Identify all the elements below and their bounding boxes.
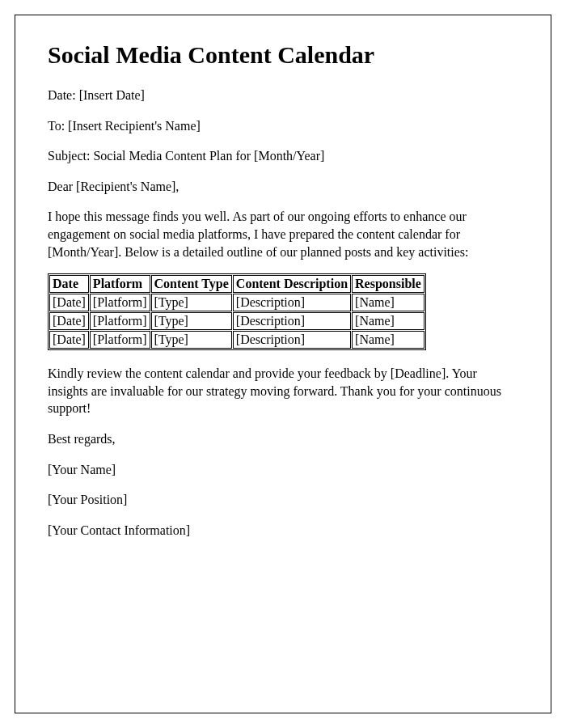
intro-paragraph: I hope this message finds you well. As p… <box>48 208 518 260</box>
table-header: Platform <box>90 275 150 293</box>
table-cell: [Name] <box>352 294 424 311</box>
table-row: [Date] [Platform] [Type] [Description] [… <box>49 294 424 311</box>
table-header: Responsible <box>352 275 424 293</box>
page-title: Social Media Content Calendar <box>48 41 518 69</box>
sender-position: [Your Position] <box>48 491 518 509</box>
table-cell: [Type] <box>151 294 232 311</box>
salutation: Dear [Recipient's Name], <box>48 178 518 196</box>
document-page: Social Media Content Calendar Date: [Ins… <box>15 15 551 713</box>
closing-paragraph: Kindly review the content calendar and p… <box>48 365 518 417</box>
table-cell: [Description] <box>233 294 351 311</box>
table-header: Date <box>49 275 89 293</box>
table-cell: [Date] <box>49 312 89 330</box>
sender-contact: [Your Contact Information] <box>48 522 518 540</box>
table-row: [Date] [Platform] [Type] [Description] [… <box>49 312 424 330</box>
table-cell: [Description] <box>233 331 351 349</box>
table-cell: [Platform] <box>90 331 150 349</box>
table-cell: [Platform] <box>90 312 150 330</box>
table-cell: [Description] <box>233 312 351 330</box>
subject-line: Subject: Social Media Content Plan for [… <box>48 147 518 165</box>
table-cell: [Name] <box>352 312 424 330</box>
table-header: Content Type <box>151 275 232 293</box>
table-cell: [Name] <box>352 331 424 349</box>
to-line: To: [Insert Recipient's Name] <box>48 117 518 135</box>
date-line: Date: [Insert Date] <box>48 87 518 104</box>
content-calendar-table: Date Platform Content Type Content Descr… <box>48 273 426 350</box>
signoff: Best regards, <box>48 430 518 448</box>
table-cell: [Date] <box>49 331 89 349</box>
table-cell: [Date] <box>49 294 89 311</box>
table-row: [Date] [Platform] [Type] [Description] [… <box>49 331 424 349</box>
table-cell: [Type] <box>151 312 232 330</box>
table-cell: [Type] <box>151 331 232 349</box>
sender-name: [Your Name] <box>48 461 518 479</box>
table-header: Content Description <box>233 275 351 293</box>
table-cell: [Platform] <box>90 294 150 311</box>
table-header-row: Date Platform Content Type Content Descr… <box>49 275 424 293</box>
